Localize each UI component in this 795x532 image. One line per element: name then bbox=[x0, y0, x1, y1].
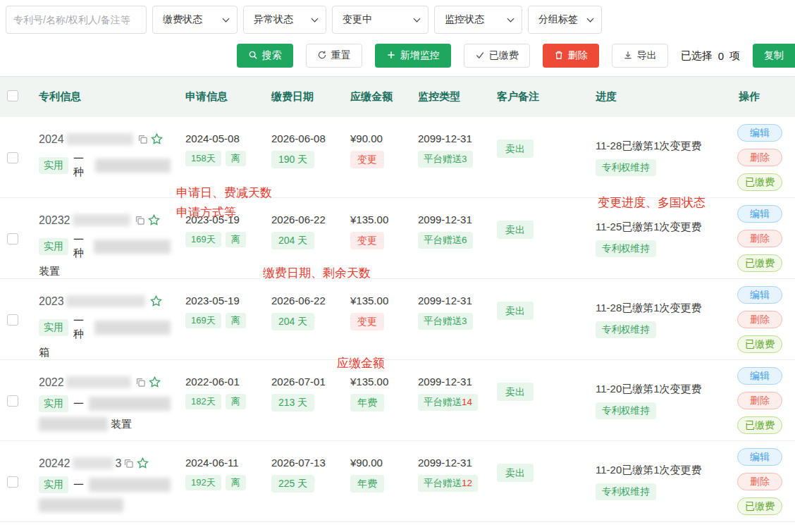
pay-date: 2026-07-01 bbox=[271, 376, 335, 388]
progress-text: 11-28已缴第1次变更费 bbox=[596, 302, 724, 315]
row-delete-button[interactable]: 删除 bbox=[737, 149, 782, 166]
row-delete-button[interactable]: 删除 bbox=[737, 230, 782, 247]
apply-flag-badge: 离 bbox=[226, 151, 246, 166]
select-changing[interactable]: 变更中 bbox=[332, 6, 429, 34]
patent-number-prefix: 2024 bbox=[39, 133, 64, 146]
edit-button[interactable]: 编辑 bbox=[737, 124, 782, 142]
patent-info-cell: 2023 实用 一种 箱 bbox=[28, 279, 175, 359]
actions-cell: 编辑 删除 已缴费 bbox=[728, 117, 795, 191]
select-label: 异常状态 bbox=[254, 13, 293, 26]
edit-button[interactable]: 编辑 bbox=[737, 205, 782, 223]
table-row: 2024 实用 一种 2024-05-08 158天 离 bbox=[0, 117, 795, 198]
apply-info-cell: 2022-06-01 182天 离 bbox=[175, 360, 261, 409]
row-delete-button[interactable]: 删除 bbox=[737, 392, 782, 409]
patent-maintain-badge: 专利权维持 bbox=[596, 402, 656, 419]
monitor-type-cell: 2099-12-31 平台赠送3 bbox=[407, 279, 486, 330]
fee-type-badge: 变更 bbox=[350, 151, 384, 168]
copy-icon[interactable] bbox=[123, 458, 134, 469]
search-icon bbox=[248, 50, 258, 62]
row-checkbox[interactable] bbox=[7, 152, 18, 163]
copy-icon[interactable] bbox=[137, 134, 148, 144]
patent-type-tag: 实用 bbox=[39, 319, 68, 336]
star-icon[interactable] bbox=[148, 376, 161, 389]
apply-flag-badge: 离 bbox=[226, 313, 246, 328]
star-icon[interactable] bbox=[147, 214, 161, 227]
fee-type-badge: 变更 bbox=[350, 232, 384, 249]
row-checkbox[interactable] bbox=[7, 476, 18, 488]
select-payment-status[interactable]: 缴费状态 bbox=[152, 6, 238, 34]
patent-type-tag: 实用 bbox=[39, 238, 68, 255]
remaining-days-badge: 225 天 bbox=[271, 475, 314, 493]
toolbar: 搜索 重置 新增监控 已缴费 删除 导出 已选择 0 项 复制 bbox=[0, 34, 795, 68]
edit-button[interactable]: 编辑 bbox=[737, 286, 782, 304]
row-paid-button[interactable]: 已缴费 bbox=[737, 416, 782, 434]
progress-text: 11-20已缴第1次变更费 bbox=[596, 464, 724, 477]
star-icon[interactable] bbox=[150, 132, 164, 146]
refresh-icon bbox=[317, 50, 327, 62]
copy-icon[interactable] bbox=[135, 215, 145, 225]
col-header-amount: 应缴金额 bbox=[340, 90, 407, 104]
patent-name-suffix: 装置 bbox=[39, 265, 60, 278]
fee-type-badge: 变更 bbox=[350, 313, 384, 330]
select-monitor-status[interactable]: 监控状态 bbox=[434, 6, 522, 34]
add-monitor-button[interactable]: 新增监控 bbox=[375, 44, 451, 68]
monitor-end-date: 2099-12-31 bbox=[418, 214, 482, 225]
row-checkbox[interactable] bbox=[7, 314, 18, 326]
table-row: 20242 3 实用 一 2024-06-11 192天 离 bbox=[0, 441, 795, 522]
row-checkbox[interactable] bbox=[7, 233, 18, 245]
mark-paid-button[interactable]: 已缴费 bbox=[464, 44, 530, 68]
reset-button[interactable]: 重置 bbox=[306, 44, 362, 68]
row-paid-button[interactable]: 已缴费 bbox=[737, 173, 782, 191]
row-paid-button[interactable]: 已缴费 bbox=[737, 497, 782, 515]
table-body: 2024 实用 一种 2024-05-08 158天 离 bbox=[0, 117, 795, 522]
star-icon[interactable] bbox=[136, 457, 149, 470]
select-abnormal-status[interactable]: 异常状态 bbox=[243, 6, 326, 34]
pay-date: 2026-06-22 bbox=[271, 295, 335, 307]
apply-info-cell: 2023-05-19 169天 离 bbox=[175, 279, 261, 328]
platform-gift-badge: 平台赠送12 bbox=[418, 475, 478, 492]
check-icon bbox=[475, 50, 485, 62]
platform-gift-badge: 平台赠送3 bbox=[418, 313, 473, 330]
fee-reduction-days-badge: 158天 bbox=[185, 151, 221, 166]
chevron-down-icon bbox=[312, 15, 319, 22]
platform-gift-badge: 平台赠送14 bbox=[418, 394, 478, 411]
pay-date-cell: 2026-07-01 213 天 bbox=[261, 360, 340, 412]
fee-type-badge: 年费 bbox=[350, 394, 384, 412]
select-group-tag[interactable]: 分组标签 bbox=[528, 6, 602, 34]
delete-button[interactable]: 删除 bbox=[543, 44, 599, 68]
actions-cell: 编辑 删除 已缴费 bbox=[728, 279, 795, 353]
apply-flag-badge: 离 bbox=[226, 232, 246, 247]
table-header: 专利信息 申请信息 缴费日期 应缴金额 监控类型 客户备注 进度 操作 bbox=[0, 76, 795, 117]
patent-type-tag: 实用 bbox=[39, 157, 68, 174]
select-all-checkbox[interactable] bbox=[7, 90, 18, 101]
search-input[interactable] bbox=[6, 6, 147, 34]
copy-button[interactable]: 复制 bbox=[753, 44, 795, 68]
row-checkbox[interactable] bbox=[7, 395, 18, 407]
copy-icon[interactable] bbox=[135, 377, 146, 388]
row-delete-button[interactable]: 删除 bbox=[737, 311, 782, 328]
remaining-days-badge: 204 天 bbox=[271, 232, 314, 249]
patent-type-tag: 实用 bbox=[39, 395, 68, 412]
row-delete-button[interactable]: 删除 bbox=[737, 473, 782, 490]
actions-cell: 编辑 删除 已缴费 bbox=[728, 360, 795, 434]
col-header-customer-remark: 客户备注 bbox=[486, 90, 585, 104]
redacted-patent-name-2 bbox=[39, 498, 123, 512]
star-icon[interactable] bbox=[149, 295, 163, 308]
row-paid-button[interactable]: 已缴费 bbox=[737, 254, 782, 272]
actions-cell: 编辑 删除 已缴费 bbox=[728, 441, 795, 515]
edit-button[interactable]: 编辑 bbox=[737, 367, 782, 385]
col-header-monitor-type: 监控类型 bbox=[407, 90, 486, 104]
row-paid-button[interactable]: 已缴费 bbox=[737, 335, 782, 353]
redacted-patent-number bbox=[73, 214, 130, 226]
col-header-pay-date: 缴费日期 bbox=[261, 90, 340, 104]
apply-date: 2023-05-19 bbox=[185, 295, 257, 307]
remaining-days-badge: 213 天 bbox=[271, 394, 314, 412]
edit-button[interactable]: 编辑 bbox=[737, 448, 782, 466]
monitor-type-cell: 2099-12-31 平台赠送6 bbox=[407, 198, 486, 249]
monitor-type-cell: 2099-12-31 平台赠送14 bbox=[407, 360, 486, 411]
export-button[interactable]: 导出 bbox=[612, 44, 668, 68]
patent-number-prefix: 2023 bbox=[39, 295, 64, 308]
search-button[interactable]: 搜索 bbox=[237, 44, 293, 68]
customer-remark-cell: 卖出 bbox=[486, 279, 585, 318]
customer-remark-cell: 卖出 bbox=[486, 441, 585, 480]
